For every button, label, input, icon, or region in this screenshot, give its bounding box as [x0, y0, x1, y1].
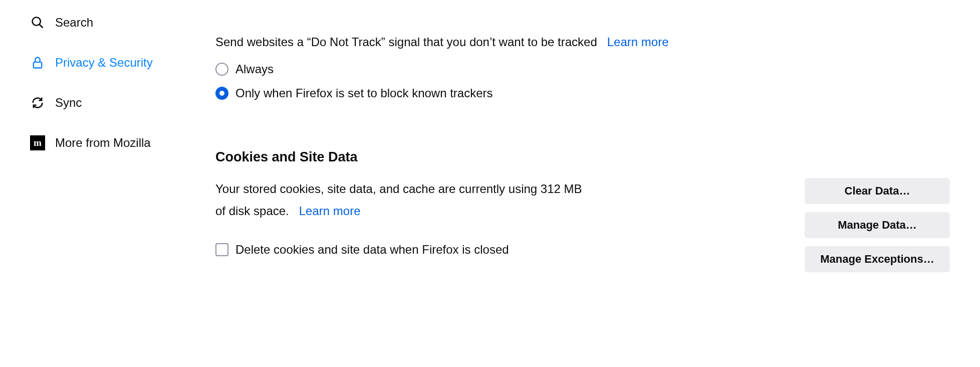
sidebar-item-sync[interactable]: Sync [30, 89, 200, 116]
svg-line-1 [40, 25, 43, 28]
dnt-radio-only-when[interactable]: Only when Firefox is set to block known … [215, 86, 950, 100]
dnt-description-text: Send websites a “Do Not Track” signal th… [215, 35, 597, 49]
dnt-learn-more-link[interactable]: Learn more [607, 35, 669, 49]
svg-rect-2 [34, 62, 42, 68]
radio-input[interactable] [215, 63, 228, 76]
lock-icon [30, 55, 45, 70]
sidebar-item-label: Sync [55, 96, 82, 110]
mozilla-icon: m [30, 135, 45, 150]
radio-input[interactable] [215, 87, 228, 100]
dnt-description-row: Send websites a “Do Not Track” signal th… [215, 33, 950, 51]
manage-exceptions-button[interactable]: Manage Exceptions… [805, 246, 950, 272]
delete-on-close-row[interactable]: Delete cookies and site data when Firefo… [215, 243, 785, 257]
dnt-radio-always[interactable]: Always [215, 62, 950, 76]
sidebar-item-label: Search [55, 16, 93, 30]
cookies-buttons-column: Clear Data… Manage Data… Manage Exceptio… [805, 178, 950, 272]
checkbox-label: Delete cookies and site data when Firefo… [235, 243, 509, 257]
svg-point-0 [33, 18, 41, 26]
main-content: Send websites a “Do Not Track” signal th… [200, 0, 980, 367]
radio-label: Only when Firefox is set to block known … [235, 86, 493, 100]
clear-data-button[interactable]: Clear Data… [805, 178, 950, 204]
cookies-text-column: Your stored cookies, site data, and cach… [215, 178, 785, 257]
cookies-description: Your stored cookies, site data, and cach… [215, 178, 586, 223]
search-icon [30, 15, 45, 30]
manage-data-button[interactable]: Manage Data… [805, 212, 950, 238]
cookies-row: Your stored cookies, site data, and cach… [215, 178, 950, 272]
sidebar-item-search[interactable]: Search [30, 9, 200, 36]
sidebar-item-label: Privacy & Security [55, 56, 153, 70]
cookies-description-text: Your stored cookies, site data, and cach… [215, 182, 582, 218]
checkbox-input[interactable] [215, 243, 228, 256]
sidebar-item-label: More from Mozilla [55, 136, 151, 150]
cookies-heading: Cookies and Site Data [215, 149, 950, 165]
sidebar-item-more-mozilla[interactable]: m More from Mozilla [30, 129, 200, 156]
sidebar-item-privacy-security[interactable]: Privacy & Security [30, 49, 200, 76]
sync-icon [30, 95, 45, 110]
sidebar: Search Privacy & Security Sync [0, 0, 200, 367]
radio-label: Always [235, 62, 274, 76]
cookies-learn-more-link[interactable]: Learn more [299, 204, 361, 218]
